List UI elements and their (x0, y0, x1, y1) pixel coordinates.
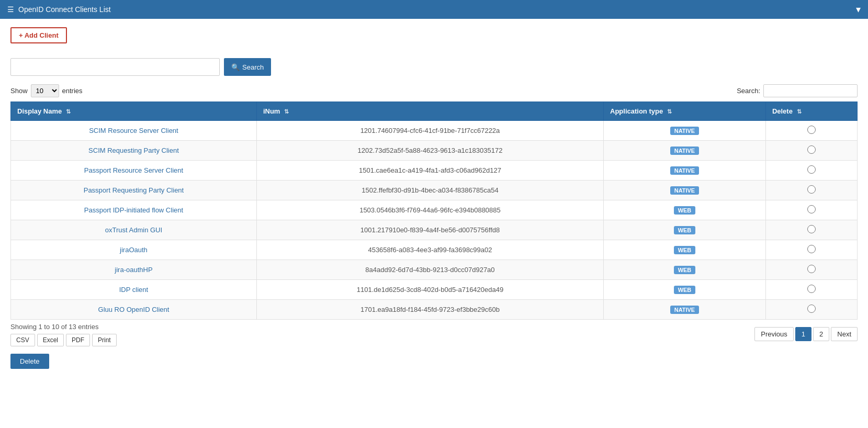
app-type-badge: NATIVE (670, 166, 700, 175)
cell-inum: 453658f6-a083-4ee3-af99-fa3698c99a02 (256, 240, 603, 260)
cell-app-type: WEB (604, 240, 766, 260)
cell-app-type: NATIVE (604, 141, 766, 161)
cell-app-type: WEB (604, 200, 766, 220)
cell-app-type: WEB (604, 220, 766, 240)
add-client-button[interactable]: + Add Client (10, 27, 67, 43)
footer-row: Showing 1 to 10 of 13 entries CSV Excel … (10, 323, 858, 346)
table-row: IDP client 1101.de1d625d-3cd8-402d-b0d5-… (11, 280, 858, 300)
delete-radio[interactable] (807, 245, 816, 253)
show-label: Show (10, 87, 28, 95)
app-type-badge: WEB (674, 246, 696, 254)
cell-app-type: NATIVE (604, 300, 766, 320)
cell-delete (765, 280, 857, 300)
previous-button[interactable]: Previous (754, 327, 794, 341)
sort-icon-inum: ⇅ (284, 108, 289, 115)
sort-icon-apptype: ⇅ (667, 108, 672, 115)
search-button[interactable]: 🔍 Search (224, 58, 271, 76)
pagination: Previous 1 2 Next (754, 327, 858, 341)
next-button[interactable]: Next (831, 327, 858, 341)
delete-radio[interactable] (807, 126, 816, 134)
page-1-button[interactable]: 1 (795, 327, 811, 341)
delete-radio[interactable] (807, 145, 816, 154)
export-print-button[interactable]: Print (92, 334, 117, 346)
client-name-link[interactable]: Passport Requesting Party Client (84, 186, 184, 194)
app-type-badge: NATIVE (670, 306, 700, 314)
footer-left: Showing 1 to 10 of 13 entries CSV Excel … (10, 323, 117, 346)
delete-radio[interactable] (807, 165, 816, 174)
table-row: jiraOauth 453658f6-a083-4ee3-af99-fa3698… (11, 240, 858, 260)
cell-app-type: NATIVE (604, 181, 766, 200)
col-inum[interactable]: iNum ⇅ (256, 102, 603, 121)
footer-right: Previous 1 2 Next (754, 323, 858, 341)
app-type-badge: NATIVE (670, 127, 700, 135)
client-name-link[interactable]: oxTrust Admin GUI (105, 226, 162, 234)
client-name-link[interactable]: Passport IDP-initiated flow Client (84, 206, 183, 214)
export-pdf-button[interactable]: PDF (66, 334, 90, 346)
clients-table: Display Name ⇅ iNum ⇅ Application type ⇅… (10, 102, 858, 320)
delete-radio[interactable] (807, 285, 816, 293)
search-icon: 🔍 (231, 63, 240, 71)
client-name-link[interactable]: jira-oauthHP (115, 266, 152, 274)
collapse-icon[interactable]: ▾ (856, 4, 861, 15)
table-row: SCIM Requesting Party Client 1202.73d52a… (11, 141, 858, 161)
search-input[interactable] (10, 58, 220, 76)
table-row: SCIM Resource Server Client 1201.7460799… (11, 121, 858, 141)
col-app-type[interactable]: Application type ⇅ (604, 102, 766, 121)
cell-app-type: NATIVE (604, 161, 766, 181)
table-controls: Show 10 25 50 100 entries Search: (10, 84, 858, 97)
cell-inum: 1001.217910e0-f839-4a4f-be56-d0075756ffd… (256, 220, 603, 240)
cell-display-name: SCIM Resource Server Client (11, 121, 257, 141)
delete-radio[interactable] (807, 185, 816, 194)
delete-radio[interactable] (807, 305, 816, 313)
cell-inum: 1101.de1d625d-3cd8-402d-b0d5-a716420eda4… (256, 280, 603, 300)
table-row: Passport Requesting Party Client 1502.ff… (11, 181, 858, 200)
app-type-badge: WEB (674, 206, 696, 215)
table-search-control: Search: (737, 84, 858, 97)
cell-delete (765, 200, 857, 220)
cell-inum: 1501.cae6ea1c-a419-4fa1-afd3-c06ad962d12… (256, 161, 603, 181)
delete-button[interactable]: Delete (10, 354, 49, 369)
client-name-link[interactable]: IDP client (119, 286, 148, 294)
client-name-link[interactable]: jiraOauth (120, 246, 148, 254)
cell-display-name: IDP client (11, 280, 257, 300)
cell-display-name: Passport IDP-initiated flow Client (11, 200, 257, 220)
cell-display-name: Passport Resource Server Client (11, 161, 257, 181)
delete-radio[interactable] (807, 225, 816, 233)
page-title: OpenID Connect Clients List (18, 5, 111, 14)
cell-delete (765, 220, 857, 240)
menu-icon: ☰ (7, 5, 14, 14)
client-name-link[interactable]: Passport Resource Server Client (84, 166, 183, 174)
table-header-row: Display Name ⇅ iNum ⇅ Application type ⇅… (11, 102, 858, 121)
cell-delete (765, 161, 857, 181)
cell-app-type: WEB (604, 260, 766, 280)
cell-delete (765, 121, 857, 141)
client-name-link[interactable]: SCIM Resource Server Client (89, 127, 178, 134)
cell-inum: 1503.0546b3f6-f769-44a6-96fc-e394b088088… (256, 200, 603, 220)
entries-per-page-select[interactable]: 10 25 50 100 (31, 84, 59, 97)
cell-app-type: WEB (604, 280, 766, 300)
table-row: Passport IDP-initiated flow Client 1503.… (11, 200, 858, 220)
cell-display-name: jiraOauth (11, 240, 257, 260)
export-csv-button[interactable]: CSV (10, 334, 35, 346)
delete-radio[interactable] (807, 265, 816, 273)
cell-inum: 1701.ea9a18fd-f184-45fd-9723-ef3bbe29c60… (256, 300, 603, 320)
main-content: + Add Client 🔍 Search Show 10 25 50 100 … (0, 19, 868, 428)
app-type-badge: NATIVE (670, 147, 700, 155)
sort-icon-delete: ⇅ (797, 108, 802, 115)
table-search-input[interactable] (763, 84, 858, 97)
cell-display-name: oxTrust Admin GUI (11, 220, 257, 240)
cell-inum: 1202.73d52a5f-5a88-4623-9613-a1c18303517… (256, 141, 603, 161)
cell-delete (765, 260, 857, 280)
client-name-link[interactable]: SCIM Requesting Party Client (88, 147, 179, 154)
bottom-actions: Delete (10, 354, 858, 369)
col-display-name[interactable]: Display Name ⇅ (11, 102, 257, 121)
page-2-button[interactable]: 2 (813, 327, 829, 341)
delete-radio[interactable] (807, 205, 816, 213)
cell-delete (765, 181, 857, 200)
client-name-link[interactable]: Gluu RO OpenID Client (98, 306, 170, 313)
showing-text: Showing 1 to 10 of 13 entries (10, 323, 117, 331)
header-title: ☰ OpenID Connect Clients List (7, 5, 111, 14)
col-delete[interactable]: Delete ⇅ (765, 102, 857, 121)
export-excel-button[interactable]: Excel (37, 334, 64, 346)
cell-display-name: Passport Requesting Party Client (11, 181, 257, 200)
